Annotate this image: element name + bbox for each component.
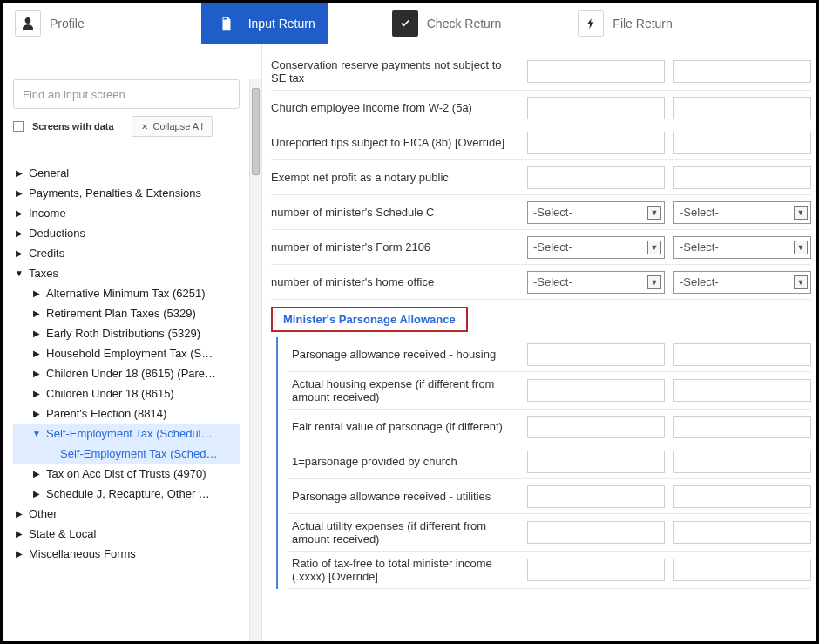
search-placeholder: Find an input screen <box>23 88 125 101</box>
form-row: number of minister's Form 2106-Select-▼-… <box>271 230 811 265</box>
text-input[interactable] <box>673 521 811 544</box>
document-icon <box>213 10 240 37</box>
tree-item[interactable]: ▶Tax on Acc Dist of Trusts (4970) <box>13 464 240 484</box>
collapse-all-button[interactable]: ✕ Collapse All <box>132 116 213 137</box>
caret-right-icon: ▶ <box>15 248 24 258</box>
select-value: -Select- <box>680 206 719 219</box>
tree-item[interactable]: ▶Retirement Plan Taxes (5329) <box>13 303 240 323</box>
text-input[interactable] <box>527 416 665 438</box>
select-value: -Select- <box>533 275 572 288</box>
tree-item[interactable]: ▶Children Under 18 (8615) (Pare… <box>13 363 240 383</box>
text-input[interactable] <box>527 343 665 366</box>
user-icon <box>15 10 41 37</box>
search-input[interactable]: Find an input screen <box>13 79 240 109</box>
select-input[interactable]: -Select-▼ <box>673 236 811 259</box>
text-input[interactable] <box>673 132 811 154</box>
form-row-label: Conservation reserve payments not subjec… <box>271 58 518 85</box>
text-input[interactable] <box>673 485 811 508</box>
select-value: -Select- <box>680 241 719 254</box>
tree-item[interactable]: ▼Self-Employment Tax (Schedul… <box>13 424 240 444</box>
tree-item[interactable]: ▶Alternative Minimum Tax (6251) <box>13 283 240 303</box>
caret-right-icon: ▶ <box>32 389 41 398</box>
caret-right-icon: ▶ <box>15 509 24 519</box>
tree-item-label: Children Under 18 (8615) (Pare… <box>46 367 216 380</box>
text-input[interactable] <box>527 97 665 119</box>
text-input[interactable] <box>527 60 665 83</box>
tree-item[interactable]: ▶Credits <box>13 243 240 263</box>
form-row-label: number of minister's home office <box>271 275 518 288</box>
text-input[interactable] <box>527 485 665 508</box>
tree-item[interactable]: ▶Parent's Election (8814) <box>13 403 240 424</box>
form-row-label: Parsonage allowance received - utilities <box>287 490 518 503</box>
text-input[interactable] <box>673 379 811 402</box>
tree-item[interactable]: Self-Employment Tax (Sched… <box>13 444 240 464</box>
select-input[interactable]: -Select-▼ <box>527 201 665 224</box>
text-input[interactable] <box>527 559 665 581</box>
chevron-down-icon: ▼ <box>647 206 661 220</box>
tree-item[interactable]: ▶Schedule J, Recapture, Other … <box>13 484 240 504</box>
sidebar: Find an input screen Screens with data ✕… <box>3 44 262 641</box>
tree-item-label: Credits <box>29 247 64 260</box>
form-row: Conservation reserve payments not subjec… <box>271 53 811 91</box>
form-row-label: Fair rental value of parsonage (if diffe… <box>287 420 518 433</box>
select-input[interactable]: -Select-▼ <box>527 236 665 259</box>
tree-item[interactable]: ▶General <box>13 163 240 183</box>
section-heading-row: Minister's Parsonage Allowance <box>271 300 811 336</box>
caret-right-icon: ▶ <box>15 168 24 178</box>
text-input[interactable] <box>527 451 665 473</box>
tree-item[interactable]: ▶Other <box>13 504 240 524</box>
tree-item-label: Early Roth Distributions (5329) <box>46 327 200 340</box>
nav-tree: ▶General▶Payments, Penalties & Extension… <box>13 163 258 564</box>
caret-right-icon: ▶ <box>32 369 41 378</box>
sidebar-toolbar: Screens with data ✕ Collapse All <box>13 116 258 137</box>
tree-item[interactable]: ▼Taxes <box>13 263 240 283</box>
scrollbar-thumb[interactable] <box>252 88 260 175</box>
select-input[interactable]: -Select-▼ <box>673 201 811 224</box>
caret-right-icon: ▶ <box>32 288 41 298</box>
tab-input-return[interactable]: Input Return <box>201 3 328 44</box>
text-input[interactable] <box>673 166 811 189</box>
tree-item[interactable]: ▶Early Roth Distributions (5329) <box>13 323 240 343</box>
caret-right-icon: ▶ <box>15 208 24 218</box>
tab-profile[interactable]: Profile <box>3 3 97 44</box>
top-tab-bar: Profile Input Return Check Return File R… <box>3 3 816 44</box>
tree-item[interactable]: ▶Household Employment Tax (S… <box>13 343 240 363</box>
tree-item-label: Taxes <box>29 267 58 280</box>
text-input[interactable] <box>673 559 811 581</box>
caret-right-icon: ▶ <box>32 409 41 418</box>
text-input[interactable] <box>673 451 811 473</box>
text-input[interactable] <box>673 97 811 119</box>
select-input[interactable]: -Select-▼ <box>673 271 811 294</box>
form-row-label: Exempt net profit as a notary public <box>271 171 518 184</box>
tab-check-return[interactable]: Check Return <box>380 3 514 44</box>
tree-item-label: Alternative Minimum Tax (6251) <box>46 287 206 300</box>
tree-item-label: Self-Employment Tax (Schedul… <box>46 427 213 440</box>
tab-file-return[interactable]: File Return <box>565 3 684 44</box>
screens-with-data-checkbox[interactable] <box>13 121 24 132</box>
tree-item-label: Children Under 18 (8615) <box>46 387 174 400</box>
text-input[interactable] <box>527 166 665 189</box>
text-input[interactable] <box>673 343 811 366</box>
form-row: Unreported tips subject to FICA (8b) [Ov… <box>271 125 811 160</box>
text-input[interactable] <box>673 60 811 83</box>
text-input[interactable] <box>527 379 665 402</box>
text-input[interactable] <box>527 132 665 154</box>
select-input[interactable]: -Select-▼ <box>527 271 665 294</box>
form-row: Actual utility expenses (if different fr… <box>287 514 811 552</box>
tree-item[interactable]: ▶Deductions <box>13 223 240 243</box>
form-row-label: Unreported tips subject to FICA (8b) [Ov… <box>271 136 518 149</box>
tree-item[interactable]: ▶Payments, Penalties & Extensions <box>13 183 240 203</box>
form-row-label: Parsonage allowance received - housing <box>287 348 518 361</box>
collapse-icon: ✕ <box>141 122 148 132</box>
tree-item[interactable]: ▶Children Under 18 (8615) <box>13 383 240 403</box>
tree-item[interactable]: ▶Miscellaneous Forms <box>13 544 240 564</box>
tree-item[interactable]: ▶State & Local <box>13 524 240 544</box>
caret-right-icon: ▶ <box>15 228 24 238</box>
text-input[interactable] <box>673 416 811 438</box>
chevron-down-icon: ▼ <box>647 241 661 254</box>
tree-item[interactable]: ▶Income <box>13 203 240 223</box>
sidebar-scrollbar[interactable] <box>249 79 261 641</box>
tab-check-return-label: Check Return <box>427 17 502 31</box>
form-row-label: number of minister's Schedule C <box>271 206 518 219</box>
text-input[interactable] <box>527 521 665 544</box>
